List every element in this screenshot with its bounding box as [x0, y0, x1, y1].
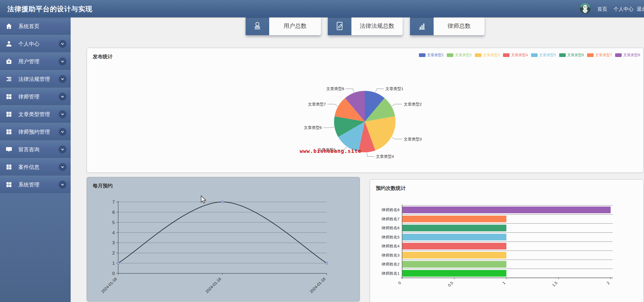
sidebar-item-label: 个人中心: [18, 40, 39, 48]
appointment-count-panel: 预约次数统计 律师姓名8律师姓名7律师姓名6律师姓名5律师姓名4律师姓名3律师姓…: [370, 179, 643, 302]
avatar[interactable]: [580, 3, 590, 14]
publish-stats-panel: 发布统计 文章类型1文章类型2文章类型3文章类型4文章类型5文章类型6文章类型7…: [87, 48, 643, 173]
chevron-down-icon[interactable]: [59, 40, 66, 48]
chevron-down-icon[interactable]: [59, 145, 66, 153]
chevron-down-icon[interactable]: [59, 128, 66, 136]
svg-text:文章类型1: 文章类型1: [386, 86, 403, 91]
chart-bars-icon: [410, 17, 434, 35]
chevron-down-icon[interactable]: [59, 163, 66, 171]
svg-text:文章类型4: 文章类型4: [376, 154, 394, 159]
svg-text:6: 6: [112, 210, 115, 215]
svg-text:1.5: 1.5: [551, 280, 558, 288]
chevron-down-icon[interactable]: [59, 75, 66, 83]
sidebar-item-messages[interactable]: 留言咨询: [0, 140, 71, 158]
svg-text:7: 7: [112, 200, 115, 205]
svg-text:律师姓名2: 律师姓名2: [381, 262, 399, 266]
grid-icon: [5, 181, 13, 188]
nav-home-link[interactable]: 首页: [597, 6, 607, 13]
svg-text:2: 2: [112, 251, 115, 256]
stat-card-label: 用户总数: [269, 17, 321, 35]
sidebar: 系统首页个人中心用户管理法律法规管理律师管理文章类型管理律师预约管理留言咨询案件…: [0, 17, 71, 302]
sidebar-filler: [0, 193, 71, 302]
monthly-appointments-line-chart: 012345672024-01-182024-01-182024-01-18: [87, 177, 360, 301]
sidebar-item-profile[interactable]: 个人中心: [0, 35, 71, 53]
sidebar-item-label: 用户管理: [18, 58, 39, 65]
sidebar-item-system[interactable]: 系统管理: [0, 176, 71, 193]
grid-icon: [5, 93, 13, 100]
main-content: 用户总数法律法规总数律师总数 发布统计 文章类型1文章类型2文章类型3文章类型4…: [71, 17, 644, 302]
stat-card-total-laws[interactable]: 法律法规总数: [328, 17, 403, 35]
svg-text:文章类型8: 文章类型8: [326, 86, 344, 91]
svg-text:2024-01-18: 2024-01-18: [309, 277, 326, 294]
chevron-down-icon[interactable]: [59, 181, 66, 189]
stat-card-total-users[interactable]: 用户总数: [246, 17, 321, 35]
grid-icon: [5, 163, 13, 171]
app-header: 法律援助平台的设计与实现 首页 个人中心 退出: [0, 0, 644, 17]
svg-text:4: 4: [112, 230, 115, 235]
sidebar-item-label: 系统首页: [18, 23, 39, 30]
sidebar-item-article-types[interactable]: 文章类型管理: [0, 105, 71, 123]
sidebar-item-label: 案件信息: [18, 164, 39, 171]
sidebar-item-label: 文章类型管理: [18, 111, 50, 118]
person-icon: [5, 40, 13, 48]
svg-text:0: 0: [112, 271, 115, 276]
stamp-icon: [246, 17, 269, 35]
svg-text:律师姓名8: 律师姓名8: [381, 207, 399, 212]
svg-text:律师姓名1: 律师姓名1: [381, 271, 399, 275]
article-type-pie-chart: 文章类型1文章类型2文章类型3文章类型4文章类型5文章类型6文章类型7文章类型8: [87, 48, 643, 173]
chat-icon: [5, 146, 13, 153]
svg-text:5: 5: [112, 220, 115, 225]
sidebar-item-label: 系统管理: [18, 181, 39, 188]
page-title: 法律援助平台的设计与实现: [7, 4, 92, 14]
sidebar-item-lawyer-appointments[interactable]: 律师预约管理: [0, 123, 71, 140]
home-icon: [5, 23, 13, 30]
svg-text:律师姓名6: 律师姓名6: [381, 226, 399, 230]
svg-text:文章类型7: 文章类型7: [308, 102, 326, 106]
chevron-down-icon[interactable]: [59, 58, 66, 65]
sidebar-item-label: 律师管理: [18, 93, 39, 100]
svg-text:2: 2: [606, 280, 610, 285]
avatar-image: [580, 3, 590, 14]
stat-card-total-lawyers[interactable]: 律师总数: [410, 17, 485, 35]
sidebar-item-lawyers[interactable]: 律师管理: [0, 88, 71, 105]
appointment-count-bar-chart: 律师姓名8律师姓名7律师姓名6律师姓名5律师姓名4律师姓名3律师姓名2律师姓名1…: [370, 180, 643, 302]
app-root: 法律援助平台的设计与实现 首页 个人中心 退出 系统首页个人中心用户管理法律法规…: [0, 0, 644, 302]
svg-text:1: 1: [501, 280, 506, 285]
sidebar-item-users[interactable]: 用户管理: [0, 53, 71, 70]
watermark: www.bishebang.site: [300, 148, 361, 154]
svg-text:0.5: 0.5: [447, 280, 454, 288]
grid-icon: [5, 128, 13, 136]
list-icon: [5, 75, 13, 83]
sidebar-item-label: 法律法规管理: [18, 76, 50, 83]
svg-text:律师姓名4: 律师姓名4: [381, 244, 399, 248]
svg-text:律师姓名3: 律师姓名3: [381, 253, 399, 257]
svg-text:文章类型6: 文章类型6: [304, 125, 322, 130]
svg-text:律师姓名7: 律师姓名7: [381, 217, 399, 221]
nav-profile-link[interactable]: 个人中心: [614, 6, 633, 13]
svg-text:律师姓名5: 律师姓名5: [381, 235, 399, 239]
chevron-down-icon[interactable]: [59, 110, 66, 118]
chevron-down-icon[interactable]: [59, 93, 66, 101]
svg-text:文章类型2: 文章类型2: [404, 102, 422, 106]
sidebar-item-home[interactable]: 系统首页: [0, 17, 71, 35]
doc-edit-icon: [328, 17, 351, 35]
sidebar-item-label: 律师预约管理: [18, 128, 50, 136]
svg-text:1: 1: [112, 261, 115, 266]
sidebar-item-cases[interactable]: 案件信息: [0, 158, 71, 176]
stat-card-label: 律师总数: [434, 17, 485, 35]
nav-logout-link[interactable]: 退出: [637, 6, 644, 13]
sidebar-item-laws[interactable]: 法律法规管理: [0, 70, 71, 88]
svg-text:3: 3: [112, 240, 115, 245]
svg-text:0: 0: [397, 280, 402, 285]
briefcase-icon: [5, 58, 13, 65]
svg-text:2024-01-18: 2024-01-18: [100, 277, 118, 294]
svg-text:文章类型3: 文章类型3: [404, 137, 422, 141]
sidebar-item-label: 留言咨询: [18, 146, 39, 153]
grid-icon: [5, 111, 13, 118]
svg-text:2024-01-18: 2024-01-18: [205, 277, 222, 294]
monthly-appointments-panel: 每月预约 012345672024-01-182024-01-182024-01…: [87, 177, 360, 301]
stat-card-label: 法律法规总数: [351, 17, 403, 35]
